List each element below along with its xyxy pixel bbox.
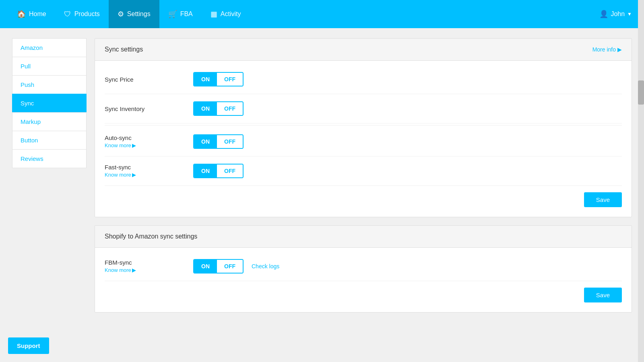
sync-price-off[interactable]: OFF xyxy=(217,73,243,86)
sync-settings-header: Sync settings More info ▶ xyxy=(95,39,632,61)
sync-inventory-label: Sync Inventory xyxy=(105,105,193,112)
auto-sync-toggle[interactable]: ON OFF xyxy=(193,134,244,149)
fbm-sync-on[interactable]: ON xyxy=(194,260,217,273)
sidebar: Amazon Pull Push Sync Markup Button Revi… xyxy=(12,38,87,313)
fba-icon: 🛒 xyxy=(168,10,177,19)
sidebar-item-markup[interactable]: Markup xyxy=(12,112,87,131)
sidebar-item-reviews[interactable]: Reviews xyxy=(12,149,87,168)
sync-inventory-off[interactable]: OFF xyxy=(217,102,243,115)
shopify-sync-header: Shopify to Amazon sync settings xyxy=(95,226,632,248)
sidebar-item-amazon[interactable]: Amazon xyxy=(12,38,87,57)
nav-settings[interactable]: ⚙ Settings xyxy=(109,0,159,28)
fast-sync-know-more[interactable]: Know more ▶ xyxy=(105,172,136,178)
main-content: Sync settings More info ▶ Sync Price ON … xyxy=(95,38,632,313)
sync-price-label: Sync Price xyxy=(105,76,193,83)
auto-sync-off[interactable]: OFF xyxy=(217,135,243,148)
chevron-down-icon: ▼ xyxy=(627,11,632,17)
fbm-sync-know-more[interactable]: Know more ▶ xyxy=(105,267,136,273)
nav-fba[interactable]: 🛒 FBA xyxy=(159,0,202,28)
fast-sync-row: Fast-sync Know more ▶ ON OFF xyxy=(105,156,622,186)
fast-sync-off[interactable]: OFF xyxy=(217,165,243,177)
support-button[interactable]: Support xyxy=(8,337,49,354)
nav-products[interactable]: 🛡 Products xyxy=(55,0,109,28)
fbm-sync-off[interactable]: OFF xyxy=(217,260,243,273)
settings-icon: ⚙ xyxy=(118,10,124,19)
sidebar-item-button[interactable]: Button xyxy=(12,131,87,150)
auto-sync-row: Auto-sync Know more ▶ ON OFF xyxy=(105,127,622,156)
sync-price-on[interactable]: ON xyxy=(194,73,217,86)
shopify-save-row: Save xyxy=(105,281,622,302)
check-logs-link[interactable]: Check logs xyxy=(252,263,279,269)
shopify-sync-body: FBM-sync Know more ▶ ON OFF Check logs S… xyxy=(95,248,632,312)
shopify-sync-card: Shopify to Amazon sync settings FBM-sync… xyxy=(95,225,632,313)
nav-items: 🏠 Home 🛡 Products ⚙ Settings 🛒 FBA ▦ Act… xyxy=(8,0,595,28)
sync-inventory-row: Sync Inventory ON OFF xyxy=(105,94,622,123)
nav-activity[interactable]: ▦ Activity xyxy=(202,0,250,28)
chevron-right-fbm-icon: ▶ xyxy=(132,267,136,273)
auto-sync-on[interactable]: ON xyxy=(194,135,217,148)
home-icon: 🏠 xyxy=(17,10,26,19)
auto-sync-label: Auto-sync xyxy=(105,134,193,141)
sidebar-item-push[interactable]: Push xyxy=(12,75,87,94)
more-info-link[interactable]: More info ▶ xyxy=(592,46,622,53)
sync-settings-title: Sync settings xyxy=(105,46,143,53)
user-menu[interactable]: 👤 John ▼ xyxy=(595,0,636,28)
fast-sync-toggle[interactable]: ON OFF xyxy=(193,164,244,178)
shopify-sync-title: Shopify to Amazon sync settings xyxy=(105,233,197,240)
navbar: 🏠 Home 🛡 Products ⚙ Settings 🛒 FBA ▦ Act… xyxy=(0,0,644,28)
sync-settings-body: Sync Price ON OFF Sync Inventory ON OFF xyxy=(95,61,632,217)
fbm-sync-row: FBM-sync Know more ▶ ON OFF Check logs xyxy=(105,252,622,281)
fast-sync-on[interactable]: ON xyxy=(194,165,217,177)
chevron-right-small2-icon: ▶ xyxy=(132,172,136,178)
sidebar-item-sync[interactable]: Sync xyxy=(12,94,87,113)
products-icon: 🛡 xyxy=(64,10,71,19)
sync-save-button[interactable]: Save xyxy=(584,192,622,207)
chevron-right-small-icon: ▶ xyxy=(132,142,136,148)
scrollbar-thumb[interactable] xyxy=(638,80,644,105)
sidebar-item-pull[interactable]: Pull xyxy=(12,57,87,76)
nav-home[interactable]: 🏠 Home xyxy=(8,0,55,28)
activity-icon: ▦ xyxy=(211,10,217,19)
sync-inventory-toggle[interactable]: ON OFF xyxy=(193,101,244,116)
user-icon: 👤 xyxy=(599,10,608,19)
fast-sync-label: Fast-sync xyxy=(105,164,193,171)
auto-sync-know-more[interactable]: Know more ▶ xyxy=(105,142,136,148)
chevron-right-icon: ▶ xyxy=(617,46,622,53)
sync-price-toggle[interactable]: ON OFF xyxy=(193,72,244,86)
scrollbar[interactable] xyxy=(638,0,644,362)
shopify-save-button[interactable]: Save xyxy=(584,288,622,302)
sync-price-row: Sync Price ON OFF xyxy=(105,65,622,94)
fbm-sync-toggle[interactable]: ON OFF xyxy=(193,259,244,274)
sync-inventory-on[interactable]: ON xyxy=(194,102,217,115)
sync-save-row: Save xyxy=(105,186,622,207)
sync-settings-card: Sync settings More info ▶ Sync Price ON … xyxy=(95,38,632,217)
fbm-sync-label: FBM-sync xyxy=(105,259,193,266)
page-content: Amazon Pull Push Sync Markup Button Revi… xyxy=(0,28,644,323)
